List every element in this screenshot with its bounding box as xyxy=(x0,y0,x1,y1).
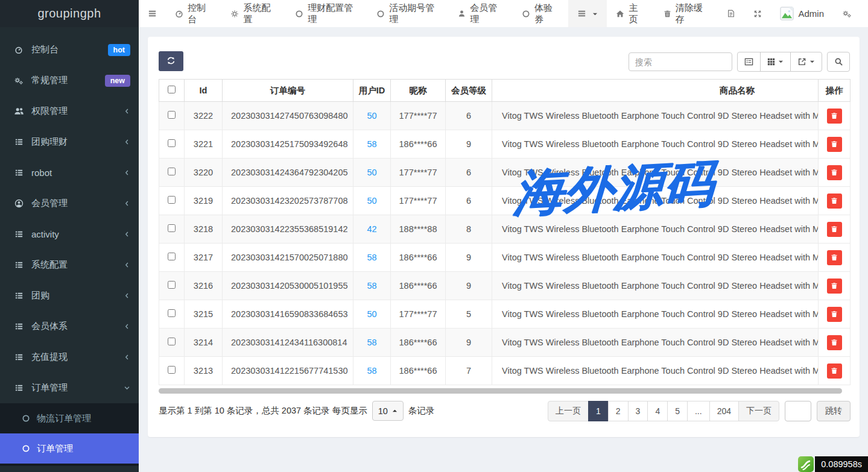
delete-button[interactable] xyxy=(827,194,842,209)
search-button[interactable] xyxy=(827,52,850,72)
cell-nickname: 177****77 xyxy=(391,159,446,187)
user-id-link[interactable]: 42 xyxy=(367,224,376,234)
sidebar-item-console[interactable]: 控制台hot xyxy=(0,34,139,65)
sidebar-item-order-management[interactable]: 订单管理 xyxy=(0,373,139,403)
row-checkbox[interactable] xyxy=(168,224,176,232)
cell-product-name: Vitog TWS Wireless Bluetooth Earphone To… xyxy=(492,300,819,329)
caret-down-icon xyxy=(809,57,815,66)
row-checkbox[interactable] xyxy=(168,168,176,175)
nav-item-member-management[interactable]: 会员管理 xyxy=(449,0,513,27)
row-checkbox[interactable] xyxy=(168,309,176,317)
delete-button[interactable] xyxy=(827,250,842,265)
delete-button[interactable] xyxy=(827,222,842,237)
user-id-link[interactable]: 50 xyxy=(367,309,376,319)
sidebar-item-label: 控制台 xyxy=(31,44,59,55)
sidebar-item-recharge-withdraw[interactable]: 充值提现 xyxy=(0,342,139,373)
sidebar-item-system-config[interactable]: 系统配置 xyxy=(0,250,139,280)
row-checkbox[interactable] xyxy=(168,139,176,147)
user-id-link[interactable]: 58 xyxy=(367,139,376,149)
page-button-5[interactable]: 5 xyxy=(667,401,688,421)
row-checkbox[interactable] xyxy=(168,338,176,345)
delete-button[interactable] xyxy=(827,278,842,294)
sidebar-item-activity[interactable]: activity xyxy=(0,219,139,250)
page-button-3[interactable]: 3 xyxy=(628,401,648,421)
sidebar-item-member-management[interactable]: 会员管理 xyxy=(0,188,139,219)
sidebar-item-groupbuy[interactable]: 团购 xyxy=(0,280,139,311)
page-size-select[interactable]: 10 xyxy=(372,401,404,421)
row-checkbox[interactable] xyxy=(168,111,176,119)
row-checkbox[interactable] xyxy=(168,281,176,289)
nav-item-fullscreen[interactable] xyxy=(744,0,771,27)
nav-item-sidebar-toggle[interactable] xyxy=(139,0,166,27)
columns-dropdown-button[interactable] xyxy=(760,52,791,72)
page-button-1[interactable]: 1 xyxy=(588,401,609,421)
cell-actions xyxy=(819,102,851,130)
caret-up-icon xyxy=(392,408,398,414)
page-button-2[interactable]: 2 xyxy=(608,401,629,421)
nav-item-experience-voucher[interactable]: 体验券 xyxy=(513,0,568,27)
nav-item-finance-config-management[interactable]: 理财配置管理 xyxy=(286,0,367,27)
user-id-link[interactable]: 50 xyxy=(367,196,376,206)
cell-member-level: 8 xyxy=(446,215,492,244)
refresh-button[interactable] xyxy=(159,51,183,71)
user-id-link[interactable]: 58 xyxy=(367,253,376,262)
nav-item-activity-period-management[interactable]: 活动期号管理 xyxy=(367,0,449,27)
jump-button[interactable]: 跳转 xyxy=(817,401,851,421)
user-id-link[interactable]: 58 xyxy=(367,281,376,291)
delete-button[interactable] xyxy=(827,363,842,379)
column-header: 昵称 xyxy=(391,80,446,102)
sidebar-subitem-order-management[interactable]: 订单管理 xyxy=(0,433,139,464)
sidebar-group-groupbuy: 团购 xyxy=(0,280,139,311)
row-checkbox[interactable] xyxy=(168,253,176,260)
page-button-4[interactable]: 4 xyxy=(647,401,668,421)
sidebar-subitem-logistics-order-management[interactable]: 物流订单管理 xyxy=(0,403,139,433)
detail-view-button[interactable] xyxy=(737,52,761,72)
user-id-link[interactable]: 58 xyxy=(367,338,376,347)
select-all-checkbox[interactable] xyxy=(168,86,176,93)
sidebar-item-member-system[interactable]: 会员体系 xyxy=(0,311,139,342)
cell-select xyxy=(159,329,185,357)
delete-button[interactable] xyxy=(827,137,842,152)
cell-order-no: 202303031423202573787708 xyxy=(223,187,353,215)
delete-button[interactable] xyxy=(827,335,842,350)
nav-item-admin-user[interactable]: Admin xyxy=(771,0,833,27)
sidebar-item-permission-management[interactable]: 权限管理 xyxy=(0,96,139,127)
page-next-button[interactable]: 下一页 xyxy=(738,401,779,421)
export-dropdown-button[interactable] xyxy=(790,52,822,72)
sidebar-item-label: 会员体系 xyxy=(31,321,68,332)
sidebar-item-general-management[interactable]: 常规管理new xyxy=(0,65,139,96)
nav-item-homepage[interactable]: 主页 xyxy=(607,0,654,27)
sidebar-item-robot[interactable]: robot xyxy=(0,157,139,188)
user-id-link[interactable]: 50 xyxy=(367,111,376,121)
nav-item-menu-dropdown[interactable] xyxy=(568,0,607,27)
nav-item-clear-cache[interactable]: 清除缓存 xyxy=(654,0,718,27)
nav-item-settings[interactable] xyxy=(833,0,861,27)
page-prev-button[interactable]: 上一页 xyxy=(548,401,589,421)
delete-button[interactable] xyxy=(827,307,842,322)
cell-nickname: 177****77 xyxy=(391,300,446,329)
user-id-link[interactable]: 50 xyxy=(367,168,376,177)
nav-item-system-settings[interactable]: 系统配置 xyxy=(221,0,286,27)
jump-page-input[interactable] xyxy=(785,401,811,421)
cell-actions xyxy=(819,159,851,187)
table-row: 321720230303142157002507188058186****669… xyxy=(159,244,851,272)
user-id-link[interactable]: 58 xyxy=(367,366,376,376)
page-ellipsis[interactable]: ... xyxy=(687,401,710,421)
row-checkbox[interactable] xyxy=(168,366,176,374)
nav-item-label: 清除缓存 xyxy=(676,2,709,25)
avatar xyxy=(780,7,794,20)
cell-product-name: Vitog TWS Wireless Bluetooth Earphone To… xyxy=(492,159,819,187)
page-button-204[interactable]: 204 xyxy=(709,401,739,421)
nav-item-console[interactable]: 控制台 xyxy=(166,0,221,27)
delete-button[interactable] xyxy=(827,165,842,180)
nav-item-translate[interactable] xyxy=(718,0,744,27)
sidebar-group-system-config: 系统配置 xyxy=(0,250,139,280)
circle-icon xyxy=(22,414,30,423)
table-row: 322020230303142436479230420550177****776… xyxy=(159,159,851,187)
row-checkbox[interactable] xyxy=(168,196,176,204)
brand-logo[interactable]: groupingph xyxy=(0,0,139,27)
search-input[interactable] xyxy=(629,52,732,71)
delete-button[interactable] xyxy=(827,109,842,124)
sidebar-item-groupbuy-finance[interactable]: 团购理财 xyxy=(0,127,139,157)
horizontal-scrollbar[interactable] xyxy=(159,388,849,394)
